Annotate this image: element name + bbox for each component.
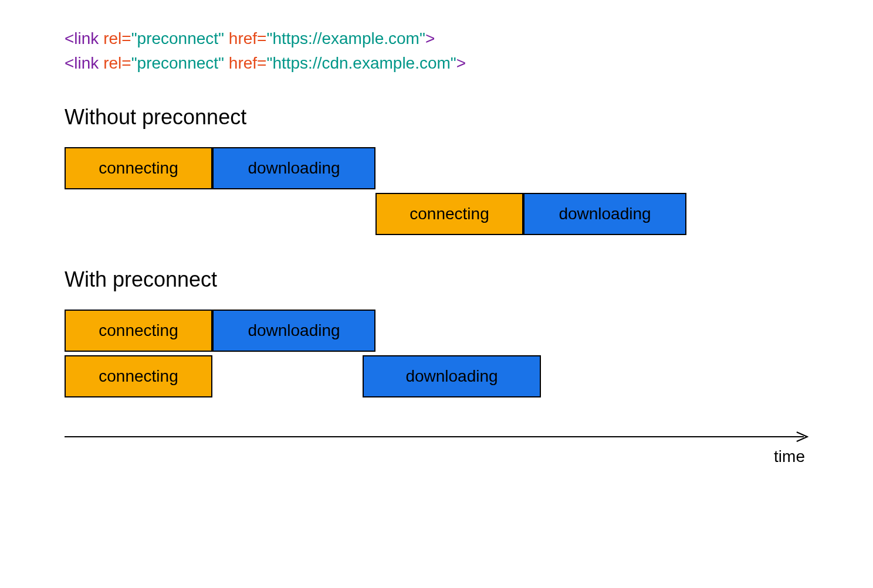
tok-close: > xyxy=(425,29,435,47)
timeline-row: connectingdownloading xyxy=(65,355,808,397)
section-title: With preconnect xyxy=(65,267,808,292)
tok-val: "preconnect" xyxy=(131,54,224,72)
code-block: <link rel="preconnect" href="https://exa… xyxy=(65,26,808,76)
timeline-row: connectingdownloading xyxy=(65,147,808,189)
tok-val: "https://example.com" xyxy=(266,29,425,47)
connecting-bar: connecting xyxy=(65,355,212,397)
section-title: Without preconnect xyxy=(65,105,808,130)
tok-attr: href xyxy=(229,29,257,47)
code-line-2: <link rel="preconnect" href="https://cdn… xyxy=(65,51,808,76)
connecting-bar: connecting xyxy=(65,310,212,352)
tok-open: <link xyxy=(65,29,99,47)
timeline-with: connectingdownloadingconnectingdownloadi… xyxy=(65,310,808,397)
tok-attr: rel xyxy=(103,54,121,72)
axis-label: time xyxy=(774,447,805,466)
tok-val: "preconnect" xyxy=(131,29,224,47)
section-with: With preconnect connectingdownloadingcon… xyxy=(65,267,808,397)
tok-attr: href xyxy=(229,54,257,72)
timeline-row: connectingdownloading xyxy=(65,193,808,235)
downloading-bar: downloading xyxy=(212,147,375,189)
arrow-right-icon xyxy=(65,430,808,444)
downloading-bar: downloading xyxy=(363,355,541,397)
timeline-without: connectingdownloadingconnectingdownloadi… xyxy=(65,147,808,235)
tok-attr: rel xyxy=(103,29,121,47)
code-line-1: <link rel="preconnect" href="https://exa… xyxy=(65,26,808,51)
tok-close: > xyxy=(456,54,466,72)
time-axis: time xyxy=(65,430,808,466)
downloading-bar: downloading xyxy=(523,193,686,235)
connecting-bar: connecting xyxy=(65,147,212,189)
timeline-row: connectingdownloading xyxy=(65,310,808,352)
tok-open: <link xyxy=(65,54,99,72)
connecting-bar: connecting xyxy=(375,193,523,235)
downloading-bar: downloading xyxy=(212,310,375,352)
section-without: Without preconnect connectingdownloading… xyxy=(65,105,808,235)
tok-val: "https://cdn.example.com" xyxy=(266,54,456,72)
